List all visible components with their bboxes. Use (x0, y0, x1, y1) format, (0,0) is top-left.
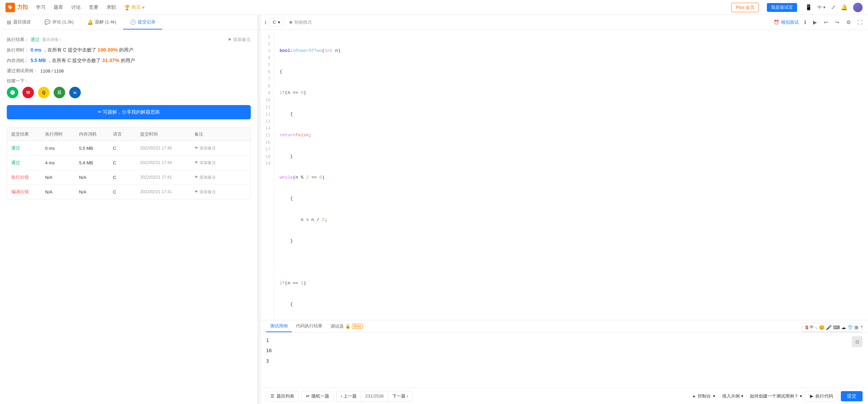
nav-store[interactable]: 🏆 商店 ▾ (124, 3, 145, 12)
comments-icon: 💬 (44, 19, 50, 25)
test-value-1: 1 (266, 337, 272, 344)
bottom-panel: 测试用例 代码执行结果 调试器 🔒 Beta ▾ 1 16 3 (261, 320, 868, 388)
row2-lang: C (109, 156, 136, 170)
row2-status[interactable]: 通过 (7, 156, 41, 170)
add-note-button[interactable]: ⚑ 添加备注 (228, 37, 251, 43)
run-code-button[interactable]: ▶ 执行代码 (805, 391, 838, 402)
table-row: 执行出错 N/A N/A C 2022/02/21 17:41 ⚑ 添加备注 (7, 170, 250, 185)
fill-chevron: ▾ (741, 393, 743, 399)
row3-submit-time: 2022/02/21 17:41 (136, 170, 190, 184)
tab-test-cases[interactable]: 测试用例 (266, 320, 292, 332)
console-chevron: ▾ (713, 393, 715, 399)
row2-time: 4 ms (41, 156, 75, 170)
logo[interactable]: 力扣 (5, 3, 28, 12)
col-note: 备注 (190, 128, 231, 141)
test-cases-row: 通过测试用例： 1108 / 1108 (7, 68, 251, 74)
flag-icon: ⚑ (194, 160, 198, 165)
language-selector[interactable]: C ▾ (269, 18, 284, 26)
fullscreen-icon[interactable]: ⛶ (856, 18, 864, 26)
row4-note[interactable]: ⚑ 添加备注 (190, 185, 231, 199)
tab-solutions[interactable]: 🔔 题解 (1.4k) (80, 15, 123, 29)
row3-note[interactable]: ⚑ 添加备注 (190, 170, 231, 184)
nav-store-icon: 🏆 (124, 5, 130, 10)
left-content: 执行结果： 通过 显示详情 › ⚑ 添加备注 执行用时： 0 ms ，在所 (0, 30, 258, 404)
editor-toolbar-right: ⏰ 模拟面试 ℹ ▶ ↩ ↪ ⚙ ⛶ (774, 18, 864, 27)
line-numbers: 1 2 3 4 5 6 7 8 9 10 11 12 13 14 15 16 1… (261, 30, 274, 320)
how-to-button[interactable]: 如何创建一个测试用例？ ▾ (750, 393, 802, 399)
nav-study[interactable]: 学习 (36, 3, 45, 12)
nav-problems[interactable]: 题库 (54, 3, 63, 12)
next-button[interactable]: 下一题 › (388, 391, 412, 401)
row4-status[interactable]: 编译出错 (7, 185, 41, 199)
code-line-8: { (280, 195, 863, 202)
play-icon[interactable]: ▶ (812, 18, 818, 27)
top-nav: 力扣 学习 题库 讨论 竞赛 求职 🏆 商店 ▾ Plus 会员 我是面试官 📱… (0, 0, 868, 15)
code-content[interactable]: bool isPowerOfTwo(int n) { if(n == 0) { … (274, 30, 868, 320)
row1-status[interactable]: 通过 (7, 141, 41, 155)
fill-example-button[interactable]: 填入示例 ▾ (722, 393, 743, 399)
plus-member-button[interactable]: Plus 会员 (731, 3, 759, 12)
tab-description[interactable]: ▤ 题目描述 (0, 15, 38, 29)
nav-jobs[interactable]: 求职 (107, 3, 116, 12)
mock-interview-button[interactable]: ⏰ 模拟面试 (774, 19, 799, 25)
how-to-chevron: ▾ (800, 393, 802, 399)
col-submit-time: 提交时间 (136, 128, 190, 141)
main-content: ▤ 题目描述 💬 评论 (1.3k) 🔔 题解 (1.4k) 🕐 提交记录 (0, 15, 868, 404)
share-douban-button[interactable]: 豆 (54, 87, 65, 98)
redo-icon[interactable]: ↪ (834, 18, 841, 27)
row1-lang: C (109, 141, 136, 155)
settings-icon[interactable]: ⚙ (845, 18, 852, 27)
flag-icon: ⚑ (194, 189, 198, 194)
tab-comments[interactable]: 💬 评论 (1.3k) (38, 15, 80, 29)
console-icon: ▸ (693, 393, 696, 399)
smart-mode[interactable]: 智能模式 (289, 19, 312, 25)
row1-note[interactable]: ⚑ 添加备注 (190, 141, 231, 155)
tab-debugger[interactable]: 调试器 🔒 Beta (326, 320, 367, 332)
right-panel: ℹ C ▾ 智能模式 ⏰ 模拟面试 ℹ ▶ ↩ ↪ ⚙ ⛶ (261, 15, 868, 404)
code-line-13: { (280, 301, 863, 308)
submit-button[interactable]: 提交 (841, 391, 863, 401)
random-button[interactable]: ⇌ 随机一题 (301, 391, 334, 402)
code-line-5: return false; (280, 132, 863, 139)
col-memory: 内存消耗 (75, 128, 109, 141)
share-wechat-button[interactable] (7, 87, 18, 98)
console-button[interactable]: ▸ 控制台 ▾ (693, 393, 715, 399)
write-solution-button[interactable]: ✏ 写题解，分享我的解题思路 (7, 105, 251, 119)
code-line-10: } (280, 238, 863, 245)
code-line-11 (280, 259, 863, 266)
problem-count: 231/2538 (361, 391, 388, 401)
description-icon: ▤ (7, 19, 11, 25)
tab-code-result[interactable]: 代码执行结果 (292, 320, 326, 332)
code-editor[interactable]: 1 2 3 4 5 6 7 8 9 10 11 12 13 14 15 16 1… (261, 30, 868, 320)
problems-list-button[interactable]: ☰ 题目列表 (266, 391, 299, 402)
memory-value: 5.5 MB ，在所有 C 提交中击败了 31.37% 的用户 (31, 57, 135, 64)
info-circle-icon[interactable]: ℹ (803, 18, 808, 27)
detail-link[interactable]: 显示详情 › (42, 37, 61, 43)
flag-icon: ⚑ (194, 146, 198, 150)
phone-icon[interactable]: 📱 (805, 4, 812, 11)
code-line-7: while(n % 2 == 0) (280, 174, 863, 181)
language-icon[interactable]: 中 ▾ (817, 4, 826, 11)
share-qqzone-button[interactable]: Q (38, 87, 50, 98)
expand-icon[interactable]: ⤢ (831, 4, 835, 11)
share-weibo-button[interactable]: W (22, 87, 34, 98)
interview-button[interactable]: 我是面试官 (767, 3, 797, 12)
row3-status[interactable]: 执行出错 (7, 170, 41, 184)
chevron-right-icon: › (407, 393, 408, 399)
tab-submissions[interactable]: 🕐 提交记录 (123, 15, 162, 29)
nav-discuss[interactable]: 讨论 (71, 3, 81, 12)
execution-time-row: 执行用时： 0 ms ，在所有 C 提交中击败了 100.00% 的用户 (7, 47, 251, 53)
avatar[interactable] (853, 3, 863, 12)
panel-resizer[interactable] (258, 15, 261, 404)
bell-icon[interactable]: 🔔 (841, 4, 848, 11)
collapse-button[interactable]: ⊡ (852, 336, 863, 347)
test-value-3: 3 (266, 357, 272, 365)
nav-contest[interactable]: 竞赛 (89, 3, 98, 12)
bottom-action-left: ☰ 题目列表 ⇌ 随机一题 ‹ 上一题 231/2538 下一题 (266, 391, 413, 402)
row2-note[interactable]: ⚑ 添加备注 (190, 156, 231, 170)
time-value: 0 ms ，在所有 C 提交中击败了 100.00% 的用户 (31, 47, 133, 53)
share-linkedin-button[interactable]: in (69, 87, 81, 98)
prev-button[interactable]: ‹ 上一题 (337, 391, 361, 401)
bottom-action-right: ▸ 控制台 ▾ | 填入示例 ▾ | 如何创建一个测试用例？ ▾ ▶ 执行代码 (693, 391, 863, 402)
undo-icon[interactable]: ↩ (823, 18, 830, 27)
